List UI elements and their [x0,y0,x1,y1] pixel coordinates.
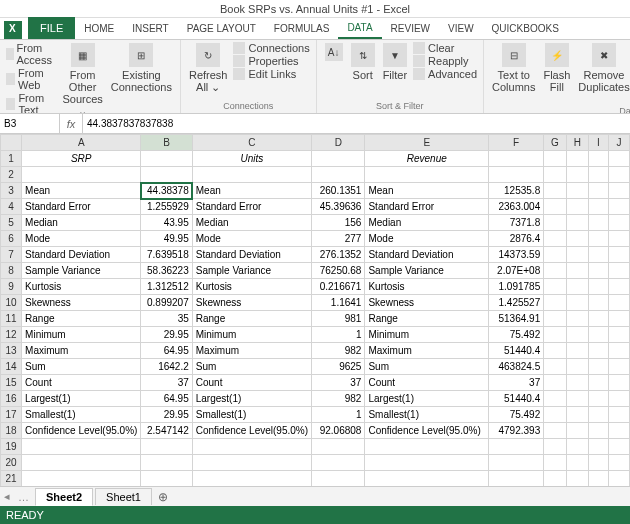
cell-A18[interactable]: Confidence Level(95.0%) [22,423,141,439]
cell-F16[interactable]: 51440.4 [489,391,544,407]
cell-A21[interactable] [22,471,141,487]
cell-J11[interactable] [608,311,629,327]
cell-A20[interactable] [22,455,141,471]
add-sheet-button[interactable]: ⊕ [152,490,174,504]
cell-H21[interactable] [566,471,588,487]
cell-D12[interactable]: 1 [312,327,365,343]
col-header-I[interactable]: I [588,135,608,151]
cell-I12[interactable] [588,327,608,343]
cell-H16[interactable] [566,391,588,407]
cell-H20[interactable] [566,455,588,471]
cell-C12[interactable]: Minimum [192,327,311,343]
row-header-9[interactable]: 9 [1,279,22,295]
cell-A8[interactable]: Sample Variance [22,263,141,279]
cell-J6[interactable] [608,231,629,247]
cell-G8[interactable] [544,263,566,279]
cell-G4[interactable] [544,199,566,215]
cell-J5[interactable] [608,215,629,231]
row-header-11[interactable]: 11 [1,311,22,327]
sheet-tab-sheet1[interactable]: Sheet1 [95,488,152,505]
cell-B19[interactable] [141,439,192,455]
cell-G19[interactable] [544,439,566,455]
cell-H13[interactable] [566,343,588,359]
cell-E4[interactable]: Standard Error [365,199,489,215]
cell-E8[interactable]: Sample Variance [365,263,489,279]
cell-D17[interactable]: 1 [312,407,365,423]
cell-B8[interactable]: 58.36223 [141,263,192,279]
cell-H12[interactable] [566,327,588,343]
reapply-button[interactable]: Reapply [413,55,477,67]
cell-J13[interactable] [608,343,629,359]
cell-E9[interactable]: Kurtosis [365,279,489,295]
cell-B5[interactable]: 43.95 [141,215,192,231]
select-all-cell[interactable] [1,135,22,151]
remove-duplicates-button[interactable]: ✖Remove Duplicates [576,42,630,94]
row-header-2[interactable]: 2 [1,167,22,183]
row-header-16[interactable]: 16 [1,391,22,407]
cell-D11[interactable]: 981 [312,311,365,327]
cell-G20[interactable] [544,455,566,471]
cell-C11[interactable]: Range [192,311,311,327]
cell-D1[interactable] [312,151,365,167]
cell-G1[interactable] [544,151,566,167]
cell-F14[interactable]: 463824.5 [489,359,544,375]
cell-C1[interactable]: Units [192,151,311,167]
cell-I21[interactable] [588,471,608,487]
col-header-C[interactable]: C [192,135,311,151]
sheet-nav-more[interactable]: … [14,491,33,503]
tab-formulas[interactable]: FORMULAS [265,17,339,39]
row-header-6[interactable]: 6 [1,231,22,247]
spreadsheet-grid[interactable]: ABCDEFGHIJ1SRPUnitsRevenue23Mean44.38378… [0,134,630,486]
cell-J21[interactable] [608,471,629,487]
cell-I16[interactable] [588,391,608,407]
cell-D21[interactable] [312,471,365,487]
text-to-columns-button[interactable]: ⊟Text to Columns [490,42,537,94]
cell-B4[interactable]: 1.255929 [141,199,192,215]
cell-G17[interactable] [544,407,566,423]
cell-B14[interactable]: 1642.2 [141,359,192,375]
cell-H2[interactable] [566,167,588,183]
cell-F9[interactable]: 1.091785 [489,279,544,295]
cell-B13[interactable]: 64.95 [141,343,192,359]
cell-D7[interactable]: 276.1352 [312,247,365,263]
cell-E13[interactable]: Maximum [365,343,489,359]
tab-quickbooks[interactable]: QuickBooks [483,17,568,39]
cell-B7[interactable]: 7.639518 [141,247,192,263]
cell-A14[interactable]: Sum [22,359,141,375]
cell-G2[interactable] [544,167,566,183]
cell-A6[interactable]: Mode [22,231,141,247]
col-header-D[interactable]: D [312,135,365,151]
cell-J15[interactable] [608,375,629,391]
cell-E18[interactable]: Confidence Level(95.0%) [365,423,489,439]
tab-insert[interactable]: INSERT [123,17,178,39]
cell-B10[interactable]: 0.899207 [141,295,192,311]
cell-B1[interactable] [141,151,192,167]
cell-E16[interactable]: Largest(1) [365,391,489,407]
cell-B21[interactable] [141,471,192,487]
cell-E2[interactable] [365,167,489,183]
cell-F4[interactable]: 2363.004 [489,199,544,215]
cell-D20[interactable] [312,455,365,471]
cell-D19[interactable] [312,439,365,455]
cell-I6[interactable] [588,231,608,247]
cell-F10[interactable]: 1.425527 [489,295,544,311]
cell-I18[interactable] [588,423,608,439]
cell-F7[interactable]: 14373.59 [489,247,544,263]
cell-C7[interactable]: Standard Deviation [192,247,311,263]
tab-pagelayout[interactable]: PAGE LAYOUT [178,17,265,39]
cell-G11[interactable] [544,311,566,327]
row-header-13[interactable]: 13 [1,343,22,359]
cell-A7[interactable]: Standard Deviation [22,247,141,263]
cell-D6[interactable]: 277 [312,231,365,247]
cell-J4[interactable] [608,199,629,215]
cell-F19[interactable] [489,439,544,455]
cell-E15[interactable]: Count [365,375,489,391]
cell-G3[interactable] [544,183,566,199]
cell-G6[interactable] [544,231,566,247]
cell-I19[interactable] [588,439,608,455]
cell-F13[interactable]: 51440.4 [489,343,544,359]
row-header-8[interactable]: 8 [1,263,22,279]
cell-J1[interactable] [608,151,629,167]
existing-connections-button[interactable]: ⊞Existing Connections [109,42,174,94]
cell-C14[interactable]: Sum [192,359,311,375]
